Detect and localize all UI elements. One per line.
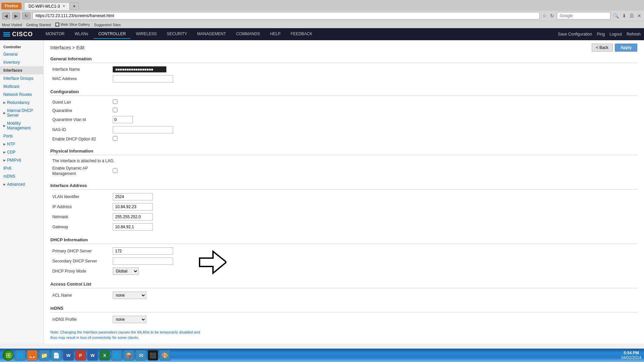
- sidebar-item-ports[interactable]: Ports: [0, 132, 43, 140]
- new-tab-button[interactable]: +: [70, 2, 78, 10]
- gateway-input[interactable]: [113, 223, 153, 231]
- dhcp-option-checkbox[interactable]: [113, 136, 117, 141]
- address-bar-input[interactable]: [33, 12, 540, 19]
- sidebar-item-network-routes[interactable]: Network Routes: [0, 90, 43, 99]
- refresh-button[interactable]: ↻: [22, 12, 31, 19]
- refresh-link[interactable]: Refresh: [627, 32, 641, 37]
- nas-id-input[interactable]: [113, 126, 173, 133]
- sidebar-item-general[interactable]: General: [0, 50, 43, 58]
- nav-help[interactable]: HELP: [265, 29, 285, 39]
- bookmark-suggested[interactable]: Suggested Sites: [94, 23, 121, 27]
- sidebar-item-mobility[interactable]: ▶ Mobility Management: [0, 119, 43, 132]
- sidebar-item-mdns[interactable]: mDNS: [0, 172, 43, 180]
- bookmark-star-icon[interactable]: ☆: [542, 12, 547, 19]
- expand-arrow-icon: ▶: [3, 111, 6, 115]
- taskbar-folder-icon[interactable]: 📁: [39, 350, 50, 361]
- dynamic-ap-checkbox[interactable]: [113, 168, 117, 173]
- secondary-dhcp-input[interactable]: [113, 257, 173, 265]
- taskbar-firefox-icon[interactable]: 🦊: [27, 350, 38, 361]
- taskbar-ie-icon[interactable]: 🌐: [15, 350, 25, 361]
- vlan-input[interactable]: [113, 193, 153, 200]
- mac-address-row: MAC Address: [50, 74, 211, 84]
- sidebar: Controller General Inventory Interfaces …: [0, 40, 44, 344]
- nav-monitor[interactable]: MONITOR: [41, 29, 69, 39]
- taskbar-winzip-icon[interactable]: 📦: [123, 350, 134, 361]
- expand-arrow-icon: ▶: [3, 142, 6, 146]
- nav-security[interactable]: SECURITY: [162, 29, 192, 39]
- reload-icon[interactable]: ↻: [549, 12, 555, 19]
- nav-feedback[interactable]: FEEDBACK: [286, 29, 317, 39]
- bookmarks-bar: Most Visited Getting Started 🔲 Web Slice…: [0, 21, 644, 28]
- menu-icon[interactable]: ☰: [629, 12, 635, 19]
- logout-link[interactable]: Logout: [609, 32, 622, 37]
- back-button[interactable]: < Back: [592, 44, 613, 52]
- guest-lan-label: Guest Lan: [50, 98, 111, 106]
- primary-dhcp-row: Primary DHCP Server: [50, 246, 211, 256]
- sidebar-item-ntp[interactable]: ▶ NTP: [0, 140, 43, 148]
- taskbar-doc-icon[interactable]: 📄: [51, 350, 62, 361]
- taskbar-browser2-icon[interactable]: 🌐: [111, 350, 122, 361]
- acl-name-select[interactable]: none: [113, 292, 146, 299]
- firefox-button[interactable]: Firefox: [1, 3, 21, 9]
- browser-tab[interactable]: DC-WiFi-WLC1-3 ✕: [24, 2, 70, 10]
- header-buttons: < Back Apply: [592, 44, 637, 52]
- forward-button[interactable]: ▶: [12, 12, 20, 19]
- taskbar-outlook-icon[interactable]: ✉: [136, 350, 146, 361]
- interface-name-value: ■■■■■■■■■■■■■■■■■: [113, 66, 166, 72]
- mac-address-input[interactable]: [113, 75, 173, 82]
- download-icon[interactable]: ⬇: [622, 12, 627, 19]
- sidebar-item-interfaces[interactable]: Interfaces: [0, 66, 43, 74]
- save-config-link[interactable]: Save Configuration: [558, 32, 592, 37]
- quarantine-vlan-label: Quarantine Vlan Id: [50, 115, 111, 125]
- guest-lan-checkbox[interactable]: [113, 99, 117, 104]
- sidebar-item-multicast[interactable]: Multicast: [0, 82, 43, 90]
- sidebar-item-redundancy[interactable]: ▶ Redundancy: [0, 99, 43, 107]
- bookmark-getting-started[interactable]: Getting Started: [26, 23, 51, 27]
- primary-dhcp-input[interactable]: [113, 247, 173, 255]
- taskbar-excel-icon[interactable]: X: [99, 350, 110, 361]
- sidebar-item-advanced[interactable]: ▶ Advanced: [0, 180, 43, 188]
- start-button[interactable]: ⊞: [3, 350, 13, 361]
- guest-lan-row: Guest Lan: [50, 98, 211, 106]
- bookmark-web-slice[interactable]: 🔲 Web Slice Gallery: [55, 22, 90, 27]
- page-breadcrumb: Interfaces > Edit: [50, 45, 85, 50]
- sidebar-item-inventory[interactable]: Inventory: [0, 58, 43, 66]
- taskbar-ppt-icon[interactable]: P: [75, 350, 86, 361]
- search-input[interactable]: [557, 12, 610, 19]
- nav-wireless[interactable]: WIRELESS: [131, 29, 161, 39]
- secondary-dhcp-label: Secondary DHCP Server: [50, 256, 111, 266]
- dhcp-proxy-label: DHCP Proxy Mode: [50, 266, 111, 276]
- apply-button[interactable]: Apply: [615, 44, 637, 52]
- clock-time: 5:54 PM: [621, 351, 641, 355]
- nav-management[interactable]: MANAGEMENT: [193, 29, 231, 39]
- taskbar-word2-icon[interactable]: W: [87, 350, 98, 361]
- mdns-profile-select[interactable]: none: [113, 316, 146, 323]
- sidebar-item-cdp[interactable]: ▶ CDP: [0, 148, 43, 156]
- ip-input[interactable]: [113, 203, 153, 210]
- sidebar-item-dhcp-server[interactable]: ▶ Internal DHCP Server: [0, 107, 43, 119]
- quarantine-vlan-input[interactable]: [113, 116, 133, 123]
- quarantine-label: Quarantine: [50, 106, 111, 115]
- cisco-bars-icon: [3, 32, 10, 37]
- top-navigation: CISCO MONITOR WLANs CONTROLLER WIRELESS …: [0, 28, 644, 40]
- sidebar-item-pmipv6[interactable]: ▶ PMIPv6: [0, 156, 43, 164]
- bookmark-most-visited[interactable]: Most Visited: [2, 23, 22, 27]
- general-info-title: General Information: [50, 56, 637, 63]
- back-button[interactable]: ◀: [2, 12, 10, 19]
- nav-controller[interactable]: CONTROLLER: [94, 29, 130, 39]
- taskbar-word-icon[interactable]: W: [63, 350, 74, 361]
- sidebar-item-interface-groups[interactable]: Interface Groups: [0, 74, 43, 82]
- close-icon[interactable]: ✕: [637, 12, 642, 19]
- taskbar-paint-icon[interactable]: 🎨: [160, 350, 170, 361]
- dhcp-proxy-select[interactable]: Global Enabled Disabled: [113, 267, 139, 275]
- sidebar-item-cdp-label: CDP: [7, 150, 15, 155]
- quarantine-checkbox[interactable]: [113, 108, 117, 112]
- sidebar-item-ipv6[interactable]: IPv6: [0, 164, 43, 172]
- nav-commands[interactable]: COMMANDS: [231, 29, 265, 39]
- taskbar-cmd-icon[interactable]: ⬛: [148, 350, 158, 361]
- ping-link[interactable]: Ping: [597, 32, 605, 37]
- nav-wlans[interactable]: WLANs: [70, 29, 93, 39]
- netmask-input[interactable]: [113, 213, 153, 221]
- search-icon[interactable]: 🔍: [612, 12, 620, 19]
- tab-close-icon[interactable]: ✕: [62, 4, 65, 8]
